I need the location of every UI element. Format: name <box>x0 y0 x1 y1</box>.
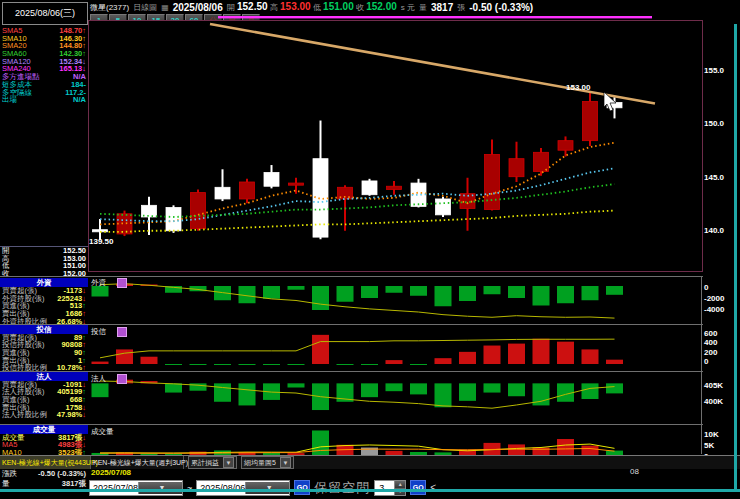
axis-tick: 600 <box>704 329 717 338</box>
volume-ma-dropdown-value: 細均量圖5 <box>244 458 276 468</box>
date-from-select[interactable]: 2025/07/08 ▼ <box>89 480 183 496</box>
axis-tick: 405K <box>704 381 723 390</box>
institution-panel: 法人買賣超(張)-1091↓法人持股(張)405199↑買進(張)668↑賣出(… <box>0 372 88 419</box>
axis-tick: 150.0 <box>704 119 724 128</box>
ohlc-value: 151.00 <box>323 1 354 12</box>
date-range-controls: 2025/07/08 ▼ ~ 2025/08/06 ▼ GO 保留空間 3 ▲ … <box>89 479 739 496</box>
window-frame-bottom <box>0 489 740 492</box>
change-value: -0.50 (-0.33%) <box>469 2 533 13</box>
go-button[interactable]: GO <box>294 480 310 495</box>
quote-date: 2025/08/06 <box>173 2 223 13</box>
volume-ma-dropdown[interactable]: 細均量圖5 ▼ <box>241 456 294 469</box>
row-value: 47.98%↓ <box>57 411 86 419</box>
change-stats-box: 漲跌 -0.50 (-0.33%) 量 3817張 <box>0 469 88 489</box>
stock-name[interactable]: 微星(2377) <box>90 2 129 13</box>
vol-label: 量 <box>2 479 10 489</box>
calendar-icon: ▦ <box>161 3 169 12</box>
ohlc-label: 收 <box>356 3 364 12</box>
panel-separator <box>0 324 703 325</box>
ohlc-label: 低 <box>313 3 321 12</box>
axis-tick: 0 <box>704 283 708 292</box>
panel-header-p2: 投信 <box>91 327 106 337</box>
panel-header-p1: 外資 <box>91 278 106 288</box>
xaxis-start-date: 2025/07/08 <box>91 468 131 477</box>
volume-value: 3817 <box>431 2 453 13</box>
vol-value-bottom: 3817張 <box>62 479 86 489</box>
axis-tick: 400K <box>704 397 723 406</box>
spinner-up-icon[interactable]: ▲ <box>395 481 405 488</box>
axis-tick: 400 <box>704 338 717 347</box>
axis-tick: 10K <box>704 430 719 439</box>
panel-separator <box>0 424 703 425</box>
axis-tick: 155.0 <box>704 66 724 75</box>
panel-header-p4: 成交量 <box>91 427 114 437</box>
go-button-2[interactable]: GO <box>410 480 426 495</box>
unit-text: s 元 <box>401 2 415 13</box>
indicator-tab1-label: KEN-極光線+爆大量(視443UP) <box>2 458 98 468</box>
pl-dropdown[interactable]: 累計損益 ▼ <box>188 456 237 469</box>
window-frame-right <box>734 24 737 490</box>
session-date-box: 2025/08/06(三) <box>2 2 88 25</box>
ohlc-value: 153.00 <box>280 1 311 12</box>
axis-tick: 200 <box>704 348 717 357</box>
axis-tick: 0 <box>704 357 708 366</box>
xaxis-month-tick: 08 <box>630 467 639 476</box>
indicator-tabs-row: KEN-極光線+爆大量(視443UP) KEN-極光線+爆大量(週判3UP) 累… <box>0 455 740 469</box>
panel-separator <box>0 371 703 372</box>
change-label: 漲跌 <box>2 469 17 479</box>
keep-space-label: 保留空間 <box>314 479 370 497</box>
foreign-investor-panel: 外資買賣超(張)-1173↓外資持股(張)225243↓買進(張)513↑賣出(… <box>0 278 88 325</box>
quote-info-row: 微星(2377) 日線圖 ▦ 2025/08/06 開 152.50 高 153… <box>90 1 738 13</box>
axis-tick: 145.0 <box>704 173 724 182</box>
stock-chart-window: 2025/08/06(三) 微星(2377) 日線圖 ▦ 2025/08/06 … <box>0 0 740 499</box>
panel-separator <box>0 276 703 277</box>
ohlc-value: 152.00 <box>366 1 397 12</box>
panel-settings-icon[interactable] <box>117 278 127 288</box>
volume-unit: 張 <box>457 2 465 13</box>
volume-stats-panel: 成交量成交量3817張↓MA54983張↓MA103523張↑ <box>0 425 88 457</box>
ohlc-strip: 開 152.50 高 153.00 低 151.00 收 152.00 <box>227 1 397 13</box>
main-chart-frame[interactable] <box>88 20 703 272</box>
row-label: 出場 <box>2 96 17 104</box>
ohlc-panel: 開152.50高153.00低151.00收152.00 <box>0 246 88 278</box>
axis-tick: -2000 <box>704 294 724 303</box>
ohlc-value: 152.50 <box>237 1 268 12</box>
axis-tick: 140.0 <box>704 226 724 235</box>
sidebar-row: 法人持股比例47.98%↓ <box>0 411 88 419</box>
panel-settings-icon[interactable] <box>117 374 127 384</box>
investment-trust-panel: 投信買賣超(張)89↑投信持股(張)90808↑買進(張)90↑賣出(張)1↑投… <box>0 325 88 372</box>
axis-tick: -4000 <box>704 305 724 314</box>
volume-label: 量 <box>419 2 427 13</box>
date-to-select[interactable]: 2025/08/06 ▼ <box>196 480 290 496</box>
chevron-down-icon[interactable]: ▼ <box>280 457 291 468</box>
indicator-tab2-label: KEN-極光線+爆大量(週判3UP) <box>93 458 188 468</box>
session-date: 2025/08/06(三) <box>15 7 75 20</box>
axis-tick: 5K <box>704 441 714 450</box>
pl-dropdown-value: 累計損益 <box>191 458 219 468</box>
plot-right-border <box>701 276 702 454</box>
chevron-down-icon[interactable]: ▼ <box>223 457 234 468</box>
row-label: 法人持股比例 <box>2 411 47 419</box>
sidebar-row: 出場N/A <box>0 96 88 104</box>
panel-settings-icon[interactable] <box>117 327 127 337</box>
keep-space-stepper[interactable]: 3 ▲ ▼ <box>374 480 406 496</box>
panel-header-p3: 法人 <box>91 374 106 384</box>
change-value-bottom: -0.50 (-0.33%) <box>38 469 86 479</box>
row-value: N/A <box>73 96 86 104</box>
chart-type-label: 日線圖 <box>133 2 157 13</box>
sma-legend-panel: SMA5148.70↑SMA10146.30↑SMA20144.80↑SMA60… <box>0 27 88 104</box>
ohlc-label: 開 <box>227 3 235 12</box>
indicator-tab-selected[interactable]: KEN-極光線+爆大量(視443UP) <box>0 456 91 469</box>
ohlc-label: 高 <box>270 3 278 12</box>
